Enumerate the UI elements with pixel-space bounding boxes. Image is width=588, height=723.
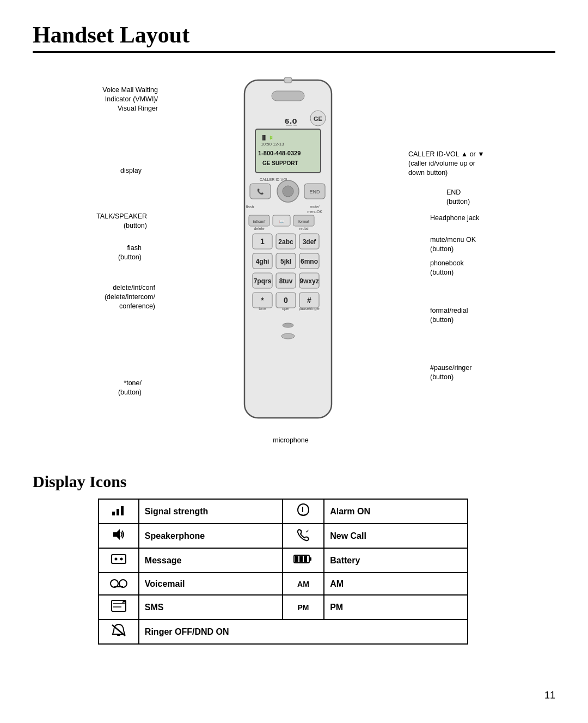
svg-text:📞: 📞 [257,188,264,195]
svg-text:flash: flash [246,205,254,209]
svg-text:redial: redial [299,227,309,230]
svg-rect-61 [302,507,303,511]
annot-talk-speaker: TALK/SPEAKER (button) [71,212,147,230]
icon-sms [99,595,139,619]
annot-microphone: microphone [258,436,323,445]
svg-text:9wxyz: 9wxyz [299,277,318,285]
svg-text:6̲.̲0̲: 6̲.̲0̲ [284,117,297,126]
svg-text:4ghi: 4ghi [256,258,270,265]
annot-display: display [98,166,142,175]
svg-text:▐▌  🔋: ▐▌ 🔋 [261,135,274,141]
svg-text:5jkl: 5jkl [280,258,291,265]
svg-text:10:50  12-13: 10:50 12-13 [261,142,284,147]
icon-message [99,548,139,573]
svg-rect-60 [121,506,124,515]
display-icons-table: Signal strength Alarm ON [98,499,468,645]
svg-point-67 [120,558,122,561]
label-battery: Battery [324,548,468,573]
icon-alarm-on [283,499,324,524]
svg-text:2abc: 2abc [278,238,293,246]
svg-text:1: 1 [260,237,265,246]
svg-text:#: # [307,296,311,305]
table-row: Ringer OFF/DND ON [99,619,468,644]
svg-text:6mno: 6mno [301,258,318,265]
icon-voicemail [99,573,139,595]
svg-point-56 [281,333,295,339]
svg-point-15 [283,186,293,197]
svg-rect-1 [272,91,304,101]
table-row: SMS PM PM [99,595,468,619]
label-alarm-on: Alarm ON [324,499,468,524]
icon-battery [283,548,324,573]
svg-rect-75 [114,586,123,587]
svg-text:int/conf: int/conf [253,220,266,223]
svg-text:END: END [309,189,320,195]
icon-am: AM [283,573,324,595]
icon-new-call: ✓ [283,524,324,548]
label-ringer-off: Ringer OFF/DND ON [139,619,468,644]
table-row: Speakerphone ✓ New Call [99,524,468,548]
svg-text:GE: GE [314,116,322,122]
annot-delete: delete/int/conf (delete/intercom/ confer… [54,283,155,311]
icon-pm: PM [283,595,324,619]
svg-text:tone: tone [259,307,266,311]
annot-format-redial: format/redial (button) [430,306,517,325]
annot-end: END (button) [446,188,501,206]
table-row: Signal strength Alarm ON [99,499,468,524]
icon-signal-strength [99,499,139,524]
annot-tone: *tone/ (button) [93,379,142,397]
svg-text:*: * [261,296,264,305]
label-message: Message [139,548,283,573]
svg-rect-65 [112,555,126,563]
handset-section: Voice Mail Waiting Indicator (VMWI)/ Vis… [33,69,555,451]
label-am: AM [324,573,468,595]
svg-point-57 [283,323,293,327]
label-signal-strength: Signal strength [139,499,283,524]
svg-text:7pqrs: 7pqrs [254,277,272,285]
svg-rect-72 [304,556,307,562]
svg-point-66 [114,558,117,561]
svg-text:8tuv: 8tuv [279,277,293,285]
display-icons-section: Display Icons Signal strength [33,472,555,645]
label-new-call: New Call [324,524,468,548]
label-speakerphone: Speakerphone [139,524,283,548]
svg-point-73 [111,580,118,587]
table-row: Voicemail AM AM [99,573,468,595]
svg-text:pause/ringer: pause/ringer [299,307,321,311]
page-title: Handset Layout [33,22,555,53]
icon-ringer-off [99,619,139,644]
annot-phonebook: phonebook (button) [430,259,517,277]
svg-text:format: format [298,220,309,223]
section-2-title: Display Icons [33,472,555,491]
annot-vmwi: Voice Mail Waiting Indicator (VMWI)/ Vis… [71,86,158,113]
svg-rect-62 [302,511,303,512]
svg-point-74 [119,580,127,587]
table-row: Message Battery [99,548,468,573]
label-pm: PM [324,595,468,619]
svg-text:oper: oper [282,307,290,311]
annot-pause-ringer: #pause/ringer (button) [430,363,517,382]
annot-headphone: Headphone jack [430,214,517,223]
svg-text:📖: 📖 [279,219,284,224]
svg-text:mute/: mute/ [310,205,320,209]
svg-rect-59 [117,509,119,515]
label-voicemail: Voicemail [139,573,283,595]
icon-speakerphone [99,524,139,548]
svg-rect-2 [284,77,292,83]
svg-rect-69 [309,557,311,561]
label-sms: SMS [139,595,283,619]
svg-rect-70 [295,556,298,562]
svg-text:1-800-448-0329: 1-800-448-0329 [258,150,301,156]
annot-flash: flash (button) [93,244,142,262]
svg-text:3def: 3def [303,238,317,246]
svg-rect-81 [117,634,120,636]
svg-text:0: 0 [284,296,288,305]
svg-text:menuOK: menuOK [307,210,322,214]
svg-text:delete: delete [254,227,264,230]
svg-text:✓: ✓ [305,529,309,534]
svg-marker-63 [113,529,120,540]
annot-caller-id: CALLER ID-VOL ▲ or ▼ (caller id/volume u… [408,150,528,178]
annot-mute: mute/menu OK (button) [430,235,517,254]
phone-image: GE 6̲.̲0̲ ▐▌ 🔋 10:50 12-13 1-800-448-032… [228,75,348,431]
svg-text:GE SUPPORT: GE SUPPORT [262,160,298,166]
